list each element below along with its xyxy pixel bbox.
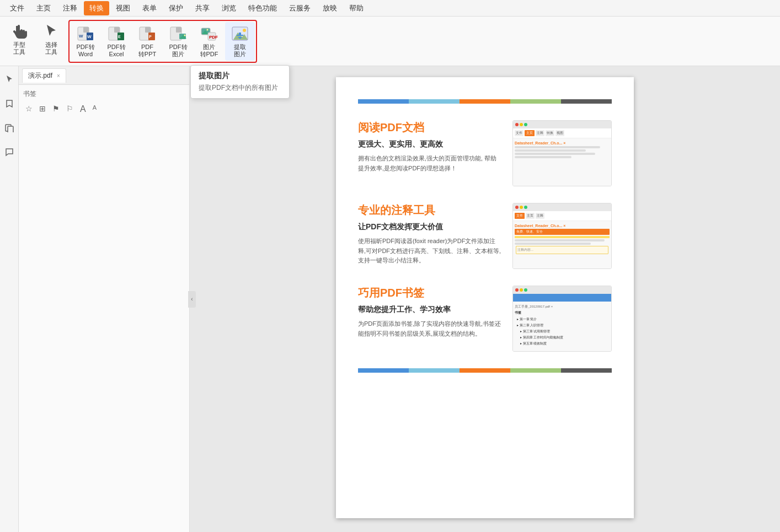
bookmark-panel-title: 书签 xyxy=(23,89,185,99)
bookmark-flag2-button[interactable]: ⚐ xyxy=(64,103,76,115)
section1-title: 阅读PDF文档 xyxy=(358,120,501,135)
svg-point-25 xyxy=(243,29,246,32)
section2-subtitle: 让PDF文档发挥更大价值 xyxy=(358,222,501,232)
section3-image: 员工手册_20120917.pdf × 书签 ▸ 第一章 简介 ▸ 第二章 入职… xyxy=(512,286,612,352)
section3-title: 巧用PDF书签 xyxy=(358,286,501,300)
section-annotation-text: 专业的注释工具 让PDF文档发挥更大价值 使用福昕PDF阅读器(foxit re… xyxy=(358,203,501,269)
close-tab-button[interactable]: × xyxy=(57,73,60,79)
select-tool-icon xyxy=(42,23,60,40)
tooltip-desc: 提取PDF文档中的所有图片 xyxy=(199,83,281,93)
section3-desc: 为PDF页面添加书签,除了实现内容的快速导航,书签还能指明不同书签的层级关系,展… xyxy=(358,319,501,338)
svg-rect-27 xyxy=(239,33,241,36)
sidebar-icon-pointer[interactable] xyxy=(2,72,17,87)
svg-rect-10 xyxy=(145,27,151,33)
menu-convert[interactable]: 转换 xyxy=(84,1,109,15)
hand-tool-button[interactable]: 手型工具 xyxy=(4,20,34,58)
sidebar-icon-pages[interactable] xyxy=(2,120,17,136)
section1-desc: 拥有出色的文档渲染效果,强大的页面管理功能, 帮助提升效率,是您阅读PDF的理想… xyxy=(358,154,501,173)
menu-slideshow[interactable]: 放映 xyxy=(317,1,343,15)
pdf-to-ppt-button[interactable]: P PDF转PPT xyxy=(132,22,162,61)
svg-point-17 xyxy=(184,34,186,36)
bookmark-toolbar: ☆ ⊞ ⚑ ⚐ A A xyxy=(23,103,185,115)
svg-text:W: W xyxy=(79,34,83,39)
color-bar-bottom xyxy=(358,368,612,373)
section-bookmark-text: 巧用PDF书签 帮助您提升工作、学习效率 为PDF页面添加书签,除了实现内容的快… xyxy=(358,286,501,352)
extract-img-label: 提取图片 xyxy=(234,44,246,58)
pdf-to-excel-label: PDF转Excel xyxy=(108,44,126,58)
bookmark-text-small-button[interactable]: A xyxy=(90,103,99,115)
svg-rect-1 xyxy=(83,27,89,33)
menu-view[interactable]: 视图 xyxy=(110,1,136,15)
bookmark-flag-button[interactable]: ⚑ xyxy=(50,103,62,115)
panel-collapse-button[interactable]: ‹ xyxy=(188,291,196,308)
img-to-pdf-label: 图片转PDF xyxy=(200,44,218,58)
menu-features[interactable]: 特色功能 xyxy=(243,1,282,15)
pdf-to-img-button[interactable]: PDF转图片 xyxy=(163,22,193,61)
select-tool-button[interactable]: 选择工具 xyxy=(36,20,66,58)
menu-protect[interactable]: 保护 xyxy=(163,1,189,15)
convert-tools-section: W W PDF转手型 工具Word E PDF转Excel xyxy=(68,20,257,63)
section-bookmark: 巧用PDF书签 帮助您提升工作、学习效率 为PDF页面添加书签,除了实现内容的快… xyxy=(358,286,612,352)
pdf-page: 阅读PDF文档 更强大、更实用、更高效 拥有出色的文档渲染效果,强大的页面管理功… xyxy=(336,77,634,518)
section2-title: 专业的注释工具 xyxy=(358,203,501,218)
menu-cloud[interactable]: 云服务 xyxy=(284,1,316,15)
svg-text:P: P xyxy=(149,35,152,39)
hand-tool-label: 手型工具 xyxy=(13,41,25,56)
menu-form[interactable]: 表单 xyxy=(137,1,162,15)
menubar: 文件 主页 注释 转换 视图 表单 保护 共享 浏览 特色功能 云服务 放映 帮… xyxy=(0,0,780,17)
sidebar-icon-comment[interactable] xyxy=(2,144,17,160)
svg-text:W: W xyxy=(87,34,92,39)
section-annotation: 专业的注释工具 让PDF文档发挥更大价值 使用福昕PDF阅读器(foxit re… xyxy=(358,203,612,269)
svg-rect-6 xyxy=(114,27,120,33)
left-panel: 演示.pdf × 书签 ☆ ⊞ ⚑ ⚐ A A ‹ xyxy=(19,66,190,532)
svg-text:E: E xyxy=(118,35,121,39)
menu-share[interactable]: 共享 xyxy=(190,1,215,15)
section1-subtitle: 更强大、更实用、更高效 xyxy=(358,139,501,149)
pdf-to-img-label: PDF转图片 xyxy=(169,44,188,58)
pdf-to-excel-icon: E xyxy=(108,25,125,42)
toolbar: 手型工具 选择工具 W W PDF转手型 工具Word xyxy=(0,17,780,66)
menu-browse[interactable]: 浏览 xyxy=(216,1,242,15)
section-read-text: 阅读PDF文档 更强大、更实用、更高效 拥有出色的文档渲染效果,强大的页面管理功… xyxy=(358,120,501,186)
pdf-to-ppt-icon: P xyxy=(138,25,156,42)
bookmark-panel: 书签 ☆ ⊞ ⚑ ⚐ A A xyxy=(19,85,189,532)
tooltip: 提取图片 提取PDF文档中的所有图片 xyxy=(190,65,290,99)
section2-desc: 使用福昕PDF阅读器(foxit reader)为PDF文件添加注释,可对PDF… xyxy=(358,237,501,266)
tab-bar: 演示.pdf × xyxy=(19,66,189,85)
select-tool-label: 选择工具 xyxy=(45,41,57,56)
img-to-pdf-button[interactable]: PDF 图片转PDF xyxy=(194,22,224,61)
extract-img-button[interactable]: 提取图片 xyxy=(225,22,255,61)
pdf-to-word-button[interactable]: W W PDF转手型 工具Word xyxy=(71,22,100,61)
main-layout: 演示.pdf × 书签 ☆ ⊞ ⚑ ⚐ A A ‹ xyxy=(0,66,780,532)
pdf-to-excel-button[interactable]: E PDF转Excel xyxy=(101,22,131,61)
hand-tool-icon xyxy=(10,23,28,40)
menu-home[interactable]: 主页 xyxy=(31,1,56,15)
color-bar-top xyxy=(358,99,612,104)
pdf-to-ppt-label: PDF转PPT xyxy=(138,44,156,58)
svg-point-20 xyxy=(207,29,209,30)
file-tab[interactable]: 演示.pdf × xyxy=(22,68,66,83)
section-read-pdf: 阅读PDF文档 更强大、更实用、更高效 拥有出色的文档渲染效果,强大的页面管理功… xyxy=(358,120,612,186)
pdf-to-img-icon xyxy=(169,25,187,42)
content-area[interactable]: 阅读PDF文档 更强大、更实用、更高效 拥有出色的文档渲染效果,强大的页面管理功… xyxy=(190,66,780,532)
pdf-to-word-label: PDF转手型 工具Word xyxy=(77,44,95,58)
menu-file[interactable]: 文件 xyxy=(4,1,30,15)
tooltip-title: 提取图片 xyxy=(199,71,281,81)
bookmark-add-button[interactable]: ☆ xyxy=(23,103,35,115)
bookmark-text-large-button[interactable]: A xyxy=(78,103,88,115)
menu-annotate[interactable]: 注释 xyxy=(57,1,83,15)
bookmark-grid-button[interactable]: ⊞ xyxy=(37,103,48,115)
section2-image: 文件 主页 注释 Datasheet_Reader_Ch.o... × 免费、快… xyxy=(512,203,612,269)
extract-img-icon xyxy=(231,25,249,42)
pdf-to-word-icon: W W xyxy=(77,25,94,42)
file-tab-name: 演示.pdf xyxy=(28,71,52,80)
sidebar-icon-bookmark[interactable] xyxy=(2,96,17,111)
section3-subtitle: 帮助您提升工作、学习效率 xyxy=(358,305,501,315)
img-to-pdf-icon: PDF xyxy=(200,25,218,42)
svg-text:PDF: PDF xyxy=(209,35,218,40)
section1-image: 文件 主页 注释 转换 视图 Datasheet_Reader_Ch.o... … xyxy=(512,120,612,186)
svg-rect-14 xyxy=(176,27,181,33)
menu-help[interactable]: 帮助 xyxy=(344,1,369,15)
sidebar-icons xyxy=(0,66,19,532)
svg-rect-30 xyxy=(8,126,13,132)
